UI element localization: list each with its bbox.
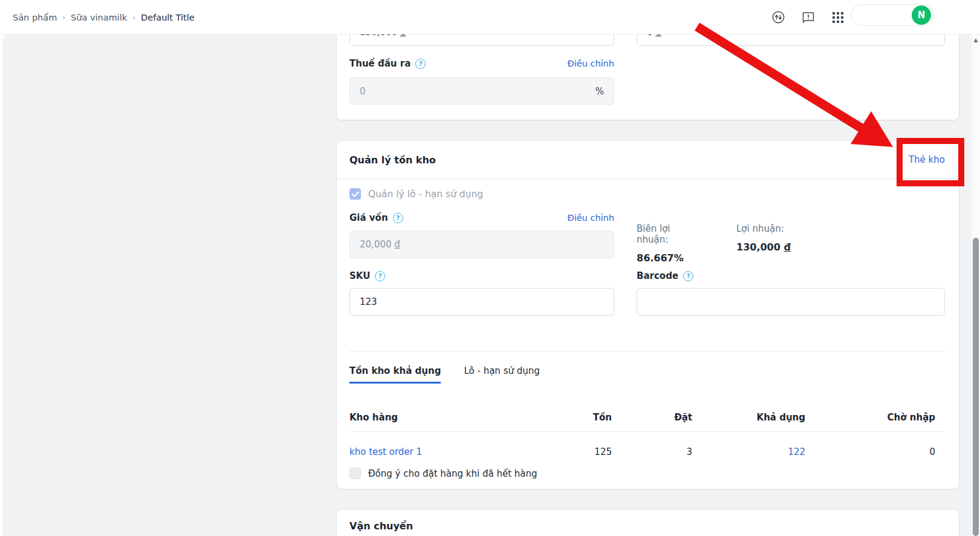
incoming-value: 0 — [805, 446, 935, 457]
backorder-label: Đồng ý cho đặt hàng khi đã hết hàng — [368, 468, 537, 479]
col-committed: Đặt — [612, 412, 692, 423]
margin-label: Biên lợi nhuận: — [637, 223, 704, 245]
col-incoming: Chờ nhập — [805, 412, 935, 423]
backorder-checkbox[interactable] — [349, 468, 361, 479]
inventory-card-title: Quản lý tồn kho — [349, 154, 436, 166]
col-onhand: Tồn — [531, 412, 612, 423]
profit-value: 130,000 đ — [736, 241, 791, 253]
feedback-icon[interactable] — [802, 11, 815, 24]
profit-info: Lợi nhuận: 130,000 đ — [736, 223, 791, 264]
tax-adjust-link[interactable]: Điều chỉnh — [567, 59, 614, 68]
tax-label: Thuế đầu ra ? — [349, 58, 426, 69]
percent-suffix: % — [595, 86, 604, 97]
avatar[interactable]: N — [912, 5, 931, 25]
help-icon[interactable]: ? — [393, 213, 403, 223]
apps-grid-icon[interactable] — [831, 11, 845, 24]
profit-label: Lợi nhuận: — [736, 223, 791, 234]
divider — [349, 351, 945, 351]
sku-input[interactable] — [349, 288, 614, 316]
check-icon — [352, 191, 359, 197]
tab-lot-expiry[interactable]: Lô - hạn sử dụng — [464, 365, 539, 384]
breadcrumb-product-name[interactable]: Sữa vinamilk — [71, 13, 127, 22]
breadcrumb: Sản phẩm › Sữa vinamilk › Default Title — [13, 0, 195, 34]
sku-label: SKU ? — [349, 270, 385, 281]
available-link[interactable]: 122 — [692, 446, 805, 457]
scroll-up-icon[interactable]: ▲ — [972, 37, 980, 43]
col-available: Khả dụng — [692, 412, 805, 423]
stock-table: Kho hàng Tồn Đặt Khả dụng Chờ nhập kho t… — [349, 410, 945, 464]
inventory-tabs: Tồn kho khả dụng Lô - hạn sử dụng — [349, 365, 540, 384]
breadcrumb-variant: Default Title — [141, 13, 195, 22]
scrollbar-thumb[interactable] — [973, 238, 979, 536]
committed-value: 3 — [612, 446, 692, 457]
sku-input-field[interactable] — [360, 289, 604, 315]
warehouse-link[interactable]: kho test order 1 — [349, 446, 531, 457]
chevron-right-icon: › — [132, 13, 135, 22]
stock-card-link[interactable]: Thẻ kho — [909, 154, 945, 165]
divider — [349, 431, 945, 432]
table-row: kho test order 1 125 3 122 0 — [349, 440, 945, 464]
product-detail-page: 150,000 đ 0 đ Thuế đầu ra ? Điều chỉnh %… — [0, 0, 980, 536]
sync-transactions-icon[interactable] — [771, 11, 785, 24]
cost-label: Giá vốn ? — [349, 212, 403, 223]
shipping-card: Vận chuyển — [337, 510, 959, 536]
onhand-value: 125 — [531, 446, 612, 457]
inventory-card: Quản lý tồn kho Thẻ kho Quản lý lô - hạn… — [337, 141, 959, 489]
stock-table-header: Kho hàng Tồn Đặt Khả dụng Chờ nhập — [349, 410, 945, 425]
top-bar: Sản phẩm › Sữa vinamilk › Default Title — [0, 0, 980, 34]
barcode-input[interactable] — [637, 288, 945, 316]
margin-value: 86.667% — [637, 252, 704, 264]
tax-input: % — [349, 77, 614, 105]
lot-expiry-checkbox — [349, 188, 361, 200]
help-icon[interactable]: ? — [683, 271, 693, 281]
barcode-label: Barcode ? — [637, 270, 693, 281]
lot-expiry-label: Quản lý lô - hạn sử dụng — [368, 189, 483, 200]
scrollbar-track[interactable]: ▲ — [972, 34, 980, 536]
currency-symbol: đ — [394, 239, 400, 250]
col-warehouse: Kho hàng — [349, 412, 531, 423]
barcode-input-field[interactable] — [647, 289, 935, 315]
cost-value: 20,000 — [360, 239, 392, 250]
help-icon[interactable]: ? — [375, 271, 385, 281]
tax-input-field — [360, 78, 595, 104]
breadcrumb-products[interactable]: Sản phẩm — [13, 13, 57, 22]
shipping-card-title: Vận chuyển — [349, 520, 413, 532]
cost-adjust-link[interactable]: Điều chỉnh — [567, 213, 614, 223]
chevron-right-icon: › — [62, 13, 65, 22]
help-icon[interactable]: ? — [415, 59, 426, 69]
cost-input: 20,000 đ — [349, 230, 614, 258]
tab-available-stock[interactable]: Tồn kho khả dụng — [349, 365, 441, 384]
margin-info: Biên lợi nhuận: 86.667% — [637, 223, 704, 264]
